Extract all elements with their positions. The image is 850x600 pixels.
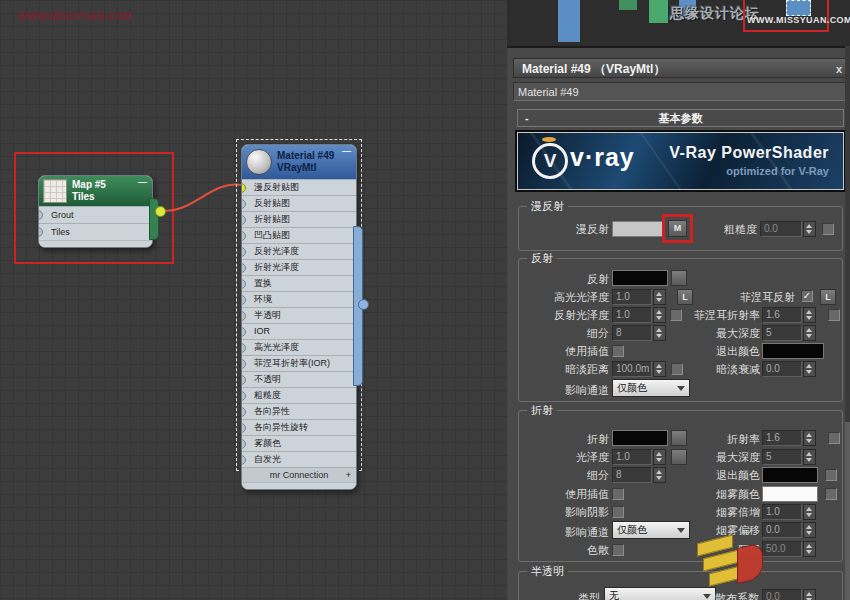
fog-mult-field[interactable]: 1.0 — [762, 504, 802, 520]
input-socket[interactable] — [242, 199, 246, 209]
node-input-row[interactable]: 凹凸贴图 — [242, 227, 356, 243]
refl-gloss-field[interactable]: 1.0 — [612, 307, 652, 323]
input-socket[interactable] — [242, 327, 246, 337]
refl-gloss-spinner[interactable] — [653, 307, 666, 323]
node-input-row[interactable]: 折射光泽度 — [242, 259, 356, 275]
input-socket[interactable] — [242, 455, 246, 465]
roughness-spinner[interactable] — [803, 221, 816, 237]
collapse-icon[interactable]: - — [525, 110, 529, 126]
refr-exitcolor-swatch[interactable] — [762, 467, 818, 483]
node-input-row[interactable]: 环境 — [242, 291, 356, 307]
fresnel-ior-checkbox[interactable] — [828, 309, 840, 321]
refl-exitcolor-swatch[interactable] — [762, 343, 824, 359]
input-socket[interactable] — [242, 311, 246, 321]
node-input-row[interactable]: 折射贴图 — [242, 211, 356, 227]
node-input-row[interactable]: 各向异性旋转 — [242, 419, 356, 435]
scrollbar-thumb[interactable] — [845, 422, 850, 600]
fresnel-lock-button[interactable]: L — [820, 289, 836, 305]
reflect-map-button[interactable] — [671, 270, 687, 286]
refract-map-button[interactable] — [671, 430, 687, 446]
refr-affect-dropdown[interactable]: 仅颜色 — [612, 521, 690, 539]
refl-affect-dropdown[interactable]: 仅颜色 — [612, 379, 690, 397]
refr-gloss-field[interactable]: 1.0 — [612, 449, 652, 465]
sample-slots-strip[interactable]: 思缘设计论坛 WWW.MISSYUAN.COM — [507, 0, 850, 48]
input-socket[interactable] — [242, 407, 246, 417]
refl-gloss-checkbox[interactable] — [670, 309, 682, 321]
node-input-row[interactable]: IOR — [242, 323, 356, 339]
input-socket[interactable] — [242, 247, 246, 257]
input-socket[interactable] — [242, 423, 246, 433]
hilight-gloss-spinner[interactable] — [653, 289, 666, 305]
refl-subdivs-field[interactable]: 8 — [612, 325, 652, 341]
dispersion-checkbox[interactable] — [612, 544, 624, 556]
node-input-row[interactable]: 不透明 — [242, 371, 356, 387]
vraymtl-node[interactable]: Material #49 VRayMtl — 漫反射贴图反射贴图折射贴图凹凸贴图… — [241, 144, 357, 490]
node-input-row[interactable]: 反射光泽度 — [242, 243, 356, 259]
refr-interp-checkbox[interactable] — [612, 488, 624, 500]
refl-subdivs-spinner[interactable] — [653, 325, 666, 341]
refr-gloss-button[interactable] — [671, 449, 687, 465]
node-input-row[interactable]: 反射贴图 — [242, 195, 356, 211]
selected-sample-slot[interactable] — [786, 0, 811, 16]
map-node-header[interactable]: Map #5 Tiles — — [39, 176, 152, 206]
fresnel-checkbox-checked[interactable] — [801, 290, 813, 302]
node-input-row[interactable]: 各向异性 — [242, 403, 356, 419]
node-input-row[interactable]: 菲涅耳折射率(IOR) — [242, 355, 356, 371]
input-socket[interactable] — [242, 359, 246, 369]
expand-icon[interactable]: + — [346, 468, 351, 482]
dim-falloff-field[interactable]: 0.0 — [762, 361, 802, 377]
node-input-row[interactable]: 漫反射贴图 — [242, 179, 356, 195]
affect-shadows-checkbox[interactable] — [612, 506, 624, 518]
input-socket[interactable] — [242, 391, 246, 401]
input-socket[interactable] — [242, 183, 246, 193]
reflect-color-swatch[interactable] — [612, 270, 668, 286]
refr-exitcolor-checkbox[interactable] — [825, 469, 837, 481]
material-name-input[interactable] — [513, 82, 850, 101]
minimize-icon[interactable]: — — [342, 146, 351, 156]
diffuse-color-swatch[interactable] — [612, 221, 664, 237]
mr-connection-row[interactable]: mr Connection + — [242, 467, 356, 482]
refl-interp-checkbox[interactable] — [612, 345, 624, 357]
vraymtl-output-socket[interactable] — [358, 299, 369, 310]
input-socket[interactable] — [242, 439, 246, 449]
minimize-icon[interactable]: — — [138, 177, 147, 187]
input-socket[interactable] — [242, 215, 246, 225]
input-socket[interactable] — [242, 375, 246, 385]
scatter-spinner[interactable] — [803, 589, 816, 600]
refr-maxdepth-spinner[interactable] — [803, 449, 816, 465]
close-icon[interactable]: x — [836, 59, 842, 79]
fog-mult-spinner[interactable] — [803, 504, 816, 520]
panel-scrollbar[interactable] — [845, 46, 850, 600]
dim-falloff-spinner[interactable] — [803, 361, 816, 377]
node-input-row[interactable]: Tiles — [39, 223, 152, 240]
fog-color-swatch[interactable] — [762, 486, 818, 502]
node-input-row[interactable]: 自发光 — [242, 451, 356, 467]
hilight-gloss-lock-button[interactable]: L — [677, 289, 693, 305]
input-socket[interactable] — [242, 231, 246, 241]
fresnel-ior-field[interactable]: 1.6 — [762, 307, 802, 323]
node-input-row[interactable]: 粗糙度 — [242, 387, 356, 403]
dim-distance-field[interactable]: 100.0m — [612, 361, 652, 377]
input-socket[interactable] — [242, 343, 246, 353]
node-input-row[interactable]: 雾颜色 — [242, 435, 356, 451]
node-input-row[interactable]: 置换 — [242, 275, 356, 291]
map-output-socket[interactable] — [155, 206, 166, 217]
node-input-row[interactable]: Grout — [39, 206, 152, 223]
refract-color-swatch[interactable] — [612, 430, 668, 446]
connection-wire[interactable] — [159, 185, 241, 211]
refr-ior-checkbox[interactable] — [828, 432, 840, 444]
roughness-field[interactable]: 0.0 — [760, 221, 802, 237]
roughness-map-checkbox[interactable] — [822, 223, 834, 235]
map-tiles-node[interactable]: Map #5 Tiles — GroutTiles — [38, 175, 153, 248]
rollout-basic-params[interactable]: - 基本参数 — [517, 109, 844, 127]
refr-ior-spinner[interactable] — [803, 430, 816, 446]
hilight-gloss-field[interactable]: 1.0 — [612, 289, 652, 305]
fog-color-checkbox[interactable] — [825, 488, 837, 500]
map-output-tab[interactable] — [149, 198, 159, 240]
input-socket[interactable] — [39, 227, 43, 237]
input-socket[interactable] — [242, 279, 246, 289]
refl-maxdepth-spinner[interactable] — [803, 325, 816, 341]
abbe-spinner[interactable] — [803, 541, 816, 557]
dim-distance-spinner[interactable] — [653, 361, 666, 377]
dim-distance-checkbox[interactable] — [671, 363, 683, 375]
